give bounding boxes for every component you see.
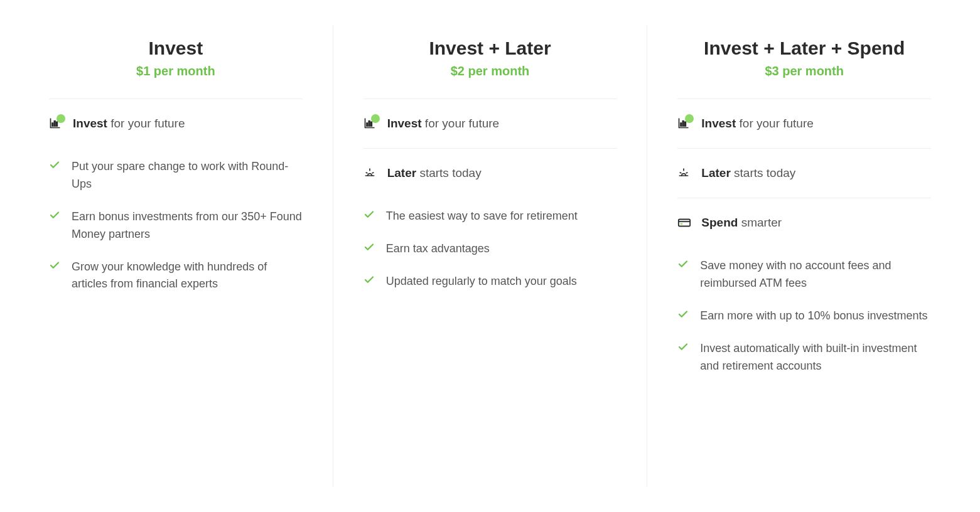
svg-line-14 <box>687 173 688 173</box>
feature-text: Grow your knowledge with hundreds of art… <box>72 259 303 294</box>
card-icon <box>677 216 691 230</box>
pricing-comparison: Invest $1 per month Invest for your futu… <box>0 0 980 512</box>
svg-rect-4 <box>369 121 370 126</box>
plan-invest-later-spend: Invest + Later + Spend $3 per month Inve… <box>647 25 961 487</box>
plan-title: Invest + Later <box>363 38 617 59</box>
list-item: Updated regularly to match your goals <box>363 265 617 298</box>
section-invest: Invest for your future <box>363 99 617 149</box>
section-later: Later starts today <box>677 149 931 198</box>
feature-text: The easiest way to save for retirement <box>386 208 578 225</box>
plan-invest: Invest $1 per month Invest for your futu… <box>19 25 333 487</box>
feature-list: Put your spare change to work with Round… <box>49 151 303 301</box>
svg-line-7 <box>366 173 367 173</box>
check-icon <box>677 259 689 270</box>
sunrise-icon <box>677 166 691 180</box>
svg-rect-1 <box>54 121 55 126</box>
plan-header: Invest + Later $2 per month <box>363 38 617 99</box>
plan-price: $3 per month <box>677 64 931 78</box>
chart-icon <box>363 117 377 131</box>
list-item: Put your spare change to work with Round… <box>49 151 303 201</box>
feature-text: Invest automatically with built-in inves… <box>700 340 931 375</box>
svg-line-8 <box>372 173 374 173</box>
list-item: Earn bonus investments from our 350+ Fou… <box>49 201 303 251</box>
svg-rect-11 <box>685 122 686 126</box>
svg-rect-3 <box>367 123 368 126</box>
list-item: The easiest way to save for retirement <box>363 200 617 233</box>
plan-header: Invest $1 per month <box>49 38 303 99</box>
svg-rect-0 <box>52 123 53 126</box>
feature-list: Save money with no account fees and reim… <box>677 250 931 382</box>
svg-rect-9 <box>681 123 682 126</box>
list-item: Grow your knowledge with hundreds of art… <box>49 251 303 301</box>
plan-header: Invest + Later + Spend $3 per month <box>677 38 931 99</box>
section-label: Invest for your future <box>73 117 185 131</box>
list-item: Invest automatically with built-in inves… <box>677 333 931 383</box>
chart-icon <box>49 117 63 131</box>
plan-invest-later: Invest + Later $2 per month Invest for y… <box>333 25 647 487</box>
svg-rect-5 <box>370 122 372 126</box>
section-label: Invest for your future <box>387 117 499 131</box>
sunrise-icon <box>363 166 377 180</box>
section-label: Spend smarter <box>701 216 782 230</box>
svg-rect-17 <box>681 223 683 225</box>
feature-text: Earn tax advantages <box>386 240 490 258</box>
check-icon <box>677 341 689 353</box>
plan-title: Invest <box>49 38 303 59</box>
section-label: Invest for your future <box>701 117 813 131</box>
svg-rect-10 <box>683 121 684 126</box>
list-item: Earn tax advantages <box>363 233 617 265</box>
section-label: Later starts today <box>387 166 482 180</box>
svg-line-13 <box>681 173 682 173</box>
section-later: Later starts today <box>363 149 617 186</box>
chart-icon <box>677 117 691 131</box>
svg-rect-15 <box>679 220 690 227</box>
feature-text: Earn bonus investments from our 350+ Fou… <box>72 208 303 243</box>
feature-text: Updated regularly to match your goals <box>386 273 577 291</box>
check-icon <box>49 210 60 221</box>
check-icon <box>49 159 60 171</box>
svg-rect-2 <box>57 122 58 126</box>
section-invest: Invest for your future <box>49 99 303 137</box>
check-icon <box>363 242 375 253</box>
feature-text: Put your spare change to work with Round… <box>72 158 303 193</box>
list-item: Earn more with up to 10% bonus investmen… <box>677 300 931 333</box>
plan-price: $2 per month <box>363 64 617 78</box>
feature-text: Save money with no account fees and reim… <box>700 257 931 292</box>
plan-title: Invest + Later + Spend <box>677 38 931 59</box>
check-icon <box>49 260 60 271</box>
feature-text: Earn more with up to 10% bonus investmen… <box>700 307 927 325</box>
check-icon <box>677 309 689 320</box>
list-item: Save money with no account fees and reim… <box>677 250 931 300</box>
section-label: Later starts today <box>701 166 795 180</box>
check-icon <box>363 209 375 220</box>
check-icon <box>363 274 375 285</box>
plan-price: $1 per month <box>49 64 303 78</box>
feature-list: The easiest way to save for retirement E… <box>363 200 617 298</box>
section-invest: Invest for your future <box>677 99 931 149</box>
section-spend: Spend smarter <box>677 198 931 236</box>
